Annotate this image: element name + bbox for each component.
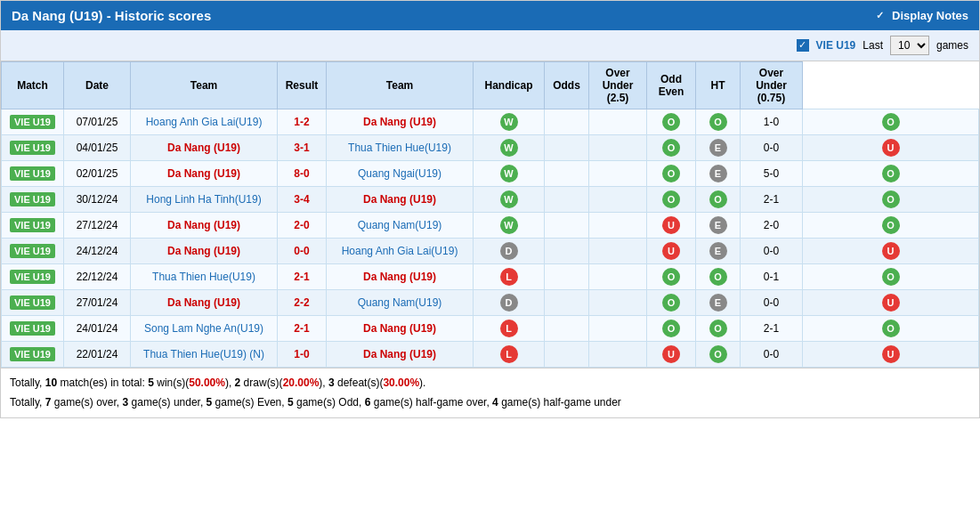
match-badge[interactable]: VIE U19 (10, 218, 55, 232)
table-row: VIE U1922/12/24Thua Thien Hue(U19)2-1Da … (2, 264, 979, 290)
match-badge[interactable]: VIE U19 (10, 321, 55, 336)
ou075-cell: U (803, 135, 979, 161)
odds-cell (589, 135, 647, 161)
ht-cell: 0-0 (741, 135, 803, 161)
ou25-cell: O (647, 290, 696, 316)
handicap-cell (545, 316, 589, 342)
score-cell: 2-1 (278, 316, 327, 342)
odds-cell (589, 290, 647, 316)
result-cell: W (474, 161, 545, 187)
ht-cell: 2-1 (741, 316, 803, 342)
ou075-cell: U (803, 342, 979, 368)
display-notes-label: Display Notes (892, 9, 968, 22)
col-ht: HT (696, 62, 741, 109)
odds-cell (589, 264, 647, 290)
match-badge-cell: VIE U19 (2, 316, 64, 342)
footer-line1: Totally, 10 match(es) in total: 5 win(s)… (10, 374, 970, 393)
results-table: Match Date Team Result Team Handicap Odd… (1, 61, 979, 368)
page-header: Da Nang (U19) - Historic scores Display … (1, 1, 979, 30)
match-badge[interactable]: VIE U19 (10, 347, 55, 361)
team2-cell: Da Nang (U19) (327, 187, 474, 213)
main-container: Da Nang (U19) - Historic scores Display … (0, 0, 980, 418)
table-row: VIE U1924/01/24Song Lam Nghe An(U19)2-1D… (2, 316, 979, 342)
ou25-cell: O (647, 161, 696, 187)
table-row: VIE U1927/12/24Da Nang (U19)2-0Quang Nam… (2, 213, 979, 239)
match-badge[interactable]: VIE U19 (10, 295, 55, 310)
handicap-cell (545, 290, 589, 316)
table-header-row: Match Date Team Result Team Handicap Odd… (2, 62, 979, 109)
odds-cell (589, 187, 647, 213)
ou075-cell: U (803, 290, 979, 316)
games-select[interactable]: 10 5 15 20 All (890, 36, 929, 55)
oe-cell: O (696, 316, 741, 342)
team1-cell: Thua Thien Hue(U19) (N) (131, 342, 278, 368)
odds-cell (589, 109, 647, 135)
oe-cell: E (696, 239, 741, 264)
ou25-cell: O (647, 316, 696, 342)
ou075-cell: O (803, 213, 979, 239)
oe-cell: E (696, 213, 741, 239)
league-label: VIE U19 (816, 39, 856, 52)
team2-cell: Da Nang (U19) (327, 342, 474, 368)
footer-section: Totally, 10 match(es) in total: 5 win(s)… (1, 368, 979, 417)
handicap-cell (545, 264, 589, 290)
date-cell: 30/12/24 (64, 187, 131, 213)
team1-cell: Song Lam Nghe An(U19) (131, 316, 278, 342)
handicap-cell (545, 239, 589, 264)
league-checkbox[interactable] (797, 39, 809, 52)
match-badge[interactable]: VIE U19 (10, 115, 55, 129)
header-title: Da Nang (U19) - Historic scores (12, 8, 211, 23)
score-cell: 2-0 (278, 213, 327, 239)
ou25-cell: O (647, 135, 696, 161)
date-cell: 04/01/25 (64, 135, 131, 161)
col-oe: Odd Even (647, 62, 696, 109)
ou25-cell: U (647, 213, 696, 239)
oe-cell: E (696, 135, 741, 161)
team1-cell: Da Nang (U19) (131, 213, 278, 239)
footer-line2: Totally, 7 game(s) over, 3 game(s) under… (10, 393, 970, 413)
table-row: VIE U1902/01/25Da Nang (U19)8-0Quang Nga… (2, 161, 979, 187)
match-badge[interactable]: VIE U19 (10, 270, 55, 284)
team1-cell: Da Nang (U19) (131, 135, 278, 161)
ht-cell: 0-0 (741, 342, 803, 368)
table-body: VIE U1907/01/25Hoang Anh Gia Lai(U19)1-2… (2, 109, 979, 368)
col-date: Date (64, 62, 131, 109)
result-cell: W (474, 135, 545, 161)
odds-cell (589, 316, 647, 342)
date-cell: 02/01/25 (64, 161, 131, 187)
table-row: VIE U1904/01/25Da Nang (U19)3-1Thua Thie… (2, 135, 979, 161)
col-match: Match (2, 62, 64, 109)
team1-cell: Da Nang (U19) (131, 239, 278, 264)
oe-cell: O (696, 264, 741, 290)
score-cell: 3-1 (278, 135, 327, 161)
result-cell: D (474, 290, 545, 316)
match-badge[interactable]: VIE U19 (10, 166, 55, 181)
result-cell: D (474, 239, 545, 264)
team1-cell: Hoang Anh Gia Lai(U19) (131, 109, 278, 135)
match-badge[interactable]: VIE U19 (10, 192, 55, 206)
col-handicap: Handicap (474, 62, 545, 109)
match-badge[interactable]: VIE U19 (10, 141, 55, 155)
result-cell: W (474, 213, 545, 239)
match-badge-cell: VIE U19 (2, 290, 64, 316)
result-cell: L (474, 342, 545, 368)
team2-cell: Quang Nam(U19) (327, 290, 474, 316)
games-label: games (936, 39, 968, 52)
team2-cell: Da Nang (U19) (327, 316, 474, 342)
ou25-cell: U (647, 342, 696, 368)
oe-cell: O (696, 109, 741, 135)
team1-cell: Hong Linh Ha Tinh(U19) (131, 187, 278, 213)
match-badge[interactable]: VIE U19 (10, 244, 55, 258)
ou25-cell: O (647, 264, 696, 290)
col-odds: Odds (545, 62, 589, 109)
date-cell: 22/01/24 (64, 342, 131, 368)
ht-cell: 1-0 (741, 109, 803, 135)
result-cell: W (474, 187, 545, 213)
ht-cell: 5-0 (741, 161, 803, 187)
ht-cell: 0-1 (741, 264, 803, 290)
result-cell: L (474, 264, 545, 290)
table-row: VIE U1907/01/25Hoang Anh Gia Lai(U19)1-2… (2, 109, 979, 135)
team1-cell: Thua Thien Hue(U19) (131, 264, 278, 290)
display-notes-checkbox[interactable] (874, 10, 887, 22)
col-team2: Team (327, 62, 474, 109)
